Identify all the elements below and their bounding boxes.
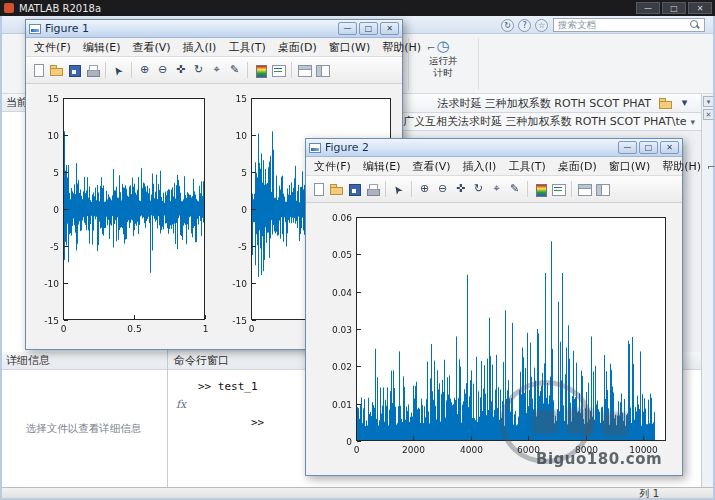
insert-legend-icon[interactable] (270, 62, 287, 79)
maximize-button[interactable]: □ (662, 2, 686, 14)
zoom-out-icon[interactable]: ⊖ (434, 181, 451, 198)
menu-item[interactable]: 工具(T) (502, 157, 551, 176)
figure1-window-controls: — □ ✕ (338, 22, 399, 35)
pan-icon[interactable]: ✜ (452, 181, 469, 198)
hide-plot-tools-icon[interactable] (576, 181, 593, 198)
run-label-line2: 计时 (412, 67, 474, 79)
save-figure-icon[interactable] (346, 181, 363, 198)
edit-plot-icon[interactable]: ➤ (387, 177, 411, 201)
figure2-maximize-button[interactable]: □ (639, 141, 658, 154)
show-plot-tools-icon[interactable] (314, 62, 331, 79)
figure2-window-controls: — □ ✕ (618, 141, 679, 154)
toolbar-separator (105, 62, 106, 78)
menu-item[interactable]: 帮助(H) (656, 157, 707, 176)
figure2-titlebar[interactable]: Figure 2 — □ ✕ (306, 139, 682, 157)
minimize-button[interactable]: — (636, 2, 660, 14)
figure2-toolbar: ➤⊕⊖✜↻⌖✎ (306, 176, 682, 203)
details-header: 详细信息 (0, 352, 167, 370)
menu-item[interactable]: 文件(F) (28, 38, 77, 57)
close-button[interactable]: ✕ (688, 2, 712, 14)
header-icon-row: ↻?☆ (501, 19, 548, 32)
details-panel: 详细信息 选择文件以查看详细信息 (0, 352, 168, 487)
menu-item[interactable]: 查看(V) (406, 157, 456, 176)
figure1-close-button[interactable]: ✕ (380, 22, 399, 35)
figure1-toolbar: ➤⊕⊖✜↻⌖✎ (26, 57, 402, 84)
browse-folder-icon[interactable] (657, 95, 674, 112)
address-dropdown-icon[interactable]: ▾ (690, 117, 695, 127)
rotate-3d-icon[interactable]: ↻ (470, 181, 487, 198)
print-figure-icon[interactable] (364, 181, 381, 198)
figure1-minimize-button[interactable]: — (338, 22, 357, 35)
zoom-in-icon[interactable]: ⊕ (136, 62, 153, 79)
menu-item[interactable]: 工具(T) (222, 38, 271, 57)
figure2-menubar: 文件(F)编辑(E)查看(V)插入(I)工具(T)桌面(D)窗口(W)帮助(H)… (306, 157, 682, 176)
figure1-left-axes[interactable] (30, 86, 212, 344)
search-icon[interactable] (690, 20, 700, 30)
zoom-out-icon[interactable]: ⊖ (154, 62, 171, 79)
details-hint: 选择文件以查看详细信息 (26, 422, 142, 436)
toolbar-separator (385, 181, 386, 197)
insert-legend-icon[interactable] (550, 181, 567, 198)
figure2-close-button[interactable]: ✕ (660, 141, 679, 154)
menu-item[interactable]: 桌面(D) (552, 157, 603, 176)
data-cursor-icon[interactable]: ⌖ (488, 181, 505, 198)
updates-icon[interactable]: ↻ (501, 19, 514, 32)
run-label-line1: 运行并 (412, 55, 474, 67)
brush-data-icon[interactable]: ✎ (226, 62, 243, 79)
figure2-minimize-button[interactable]: — (618, 141, 637, 154)
screen: MATLAB R2018a — □ ✕ ↻?☆ 搜索文档 ◷ 运行并 计时 法求… (0, 0, 715, 500)
menu-item[interactable]: 帮助(H) (376, 38, 427, 57)
save-figure-icon[interactable] (66, 62, 83, 79)
toolbar-separator (571, 181, 572, 197)
address-text: stop\通过广义互相关法求时延 三种加权系数 ROTH SCOT PHAT\t… (354, 114, 687, 129)
edit-plot-icon[interactable]: ➤ (107, 58, 131, 82)
toolbar-separator (131, 62, 132, 78)
figure1-maximize-button[interactable]: □ (359, 22, 378, 35)
menu-item[interactable]: 插入(I) (457, 157, 503, 176)
new-figure-icon[interactable] (310, 181, 327, 198)
menu-item[interactable]: 查看(V) (126, 38, 176, 57)
menu-item[interactable]: 插入(I) (177, 38, 223, 57)
help-icon[interactable]: ? (518, 19, 531, 32)
open-file-icon[interactable] (328, 181, 345, 198)
prompt: >> (251, 416, 264, 429)
doc-search-box[interactable]: 搜索文档 (553, 18, 705, 32)
new-figure-icon[interactable] (30, 62, 47, 79)
figure2-menus: 文件(F)编辑(E)查看(V)插入(I)工具(T)桌面(D)窗口(W)帮助(H) (308, 157, 707, 176)
zoom-in-icon[interactable]: ⊕ (416, 181, 433, 198)
open-file-icon[interactable] (48, 62, 65, 79)
menu-item[interactable]: 窗口(W) (323, 38, 376, 57)
community-icon[interactable]: ☆ (535, 19, 548, 32)
figure2-axes[interactable] (310, 205, 678, 469)
folder-dropdown-icon[interactable]: ▾ (676, 95, 693, 112)
print-figure-icon[interactable] (84, 62, 101, 79)
show-plot-tools-icon[interactable] (594, 181, 611, 198)
menu-item[interactable]: 编辑(E) (77, 38, 127, 57)
data-cursor-icon[interactable]: ⌖ (208, 62, 225, 79)
insert-colorbar-icon[interactable] (252, 62, 269, 79)
menu-item[interactable]: 桌面(D) (272, 38, 323, 57)
menu-item[interactable]: 文件(F) (308, 157, 357, 176)
figure1-title: Figure 1 (45, 22, 338, 35)
menu-item[interactable]: 窗口(W) (603, 157, 656, 176)
figure1-menubar: 文件(F)编辑(E)查看(V)插入(I)工具(T)桌面(D)窗口(W)帮助(H)… (26, 38, 402, 57)
toolbar-separator (291, 62, 292, 78)
figure-icon (309, 143, 321, 153)
rotate-3d-icon[interactable]: ↻ (190, 62, 207, 79)
menu-item[interactable]: 编辑(E) (357, 157, 407, 176)
menu-overflow-icon[interactable]: ⌐ (707, 161, 715, 172)
ribbon-separator (478, 38, 479, 90)
figure-icon (29, 24, 41, 34)
matlab-titlebar[interactable]: MATLAB R2018a — □ ✕ (0, 0, 715, 16)
menu-overflow-icon[interactable]: ⌐ (427, 42, 435, 53)
window-controls: — □ ✕ (636, 2, 712, 14)
path-toolbar-icons: ▾ (657, 95, 693, 112)
insert-colorbar-icon[interactable] (532, 181, 549, 198)
figure2-axes-area (306, 203, 682, 475)
toolbar-separator (411, 181, 412, 197)
figure1-titlebar[interactable]: Figure 1 — □ ✕ (26, 20, 402, 38)
figure2-window[interactable]: Figure 2 — □ ✕ 文件(F)编辑(E)查看(V)插入(I)工具(T)… (305, 138, 683, 476)
brush-data-icon[interactable]: ✎ (506, 181, 523, 198)
hide-plot-tools-icon[interactable] (296, 62, 313, 79)
pan-icon[interactable]: ✜ (172, 62, 189, 79)
